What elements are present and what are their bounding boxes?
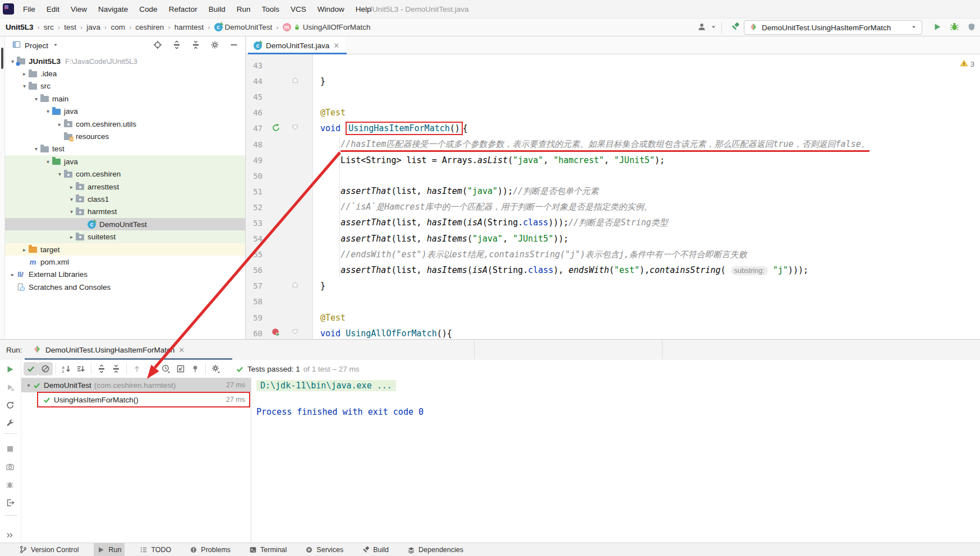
run-test-passed-icon[interactable] bbox=[272, 123, 280, 134]
tree-item-com.ceshiren.utils[interactable]: ▸com.ceshiren.utils bbox=[5, 118, 245, 130]
menu-run[interactable]: Run bbox=[231, 0, 256, 18]
chevron-right-icon[interactable]: ▸ bbox=[20, 247, 29, 253]
run-configuration-select[interactable]: DemoUnitTest.UsingHasItemForMatch bbox=[744, 20, 922, 35]
exit-button[interactable] bbox=[6, 498, 16, 509]
menu-file[interactable]: File bbox=[17, 0, 41, 18]
chevron-down-icon[interactable]: ▾ bbox=[44, 159, 52, 165]
play-button[interactable] bbox=[6, 365, 16, 376]
tree-item-demounittest[interactable]: cDemoUnitTest bbox=[5, 218, 245, 230]
down-button[interactable] bbox=[144, 362, 159, 376]
statusbar-run[interactable]: Run bbox=[94, 543, 125, 556]
breadcrumb-item[interactable]: com bbox=[111, 23, 125, 31]
code-line-53[interactable]: 53 assertThat(list, hasItem(isA(String.c… bbox=[246, 215, 980, 231]
menu-navigate[interactable]: Navigate bbox=[93, 0, 134, 18]
sort-az-button[interactable]: az bbox=[59, 362, 73, 376]
tree-item-.idea[interactable]: ▸.idea bbox=[5, 67, 245, 80]
code-line-44[interactable]: 44} bbox=[246, 73, 980, 89]
code-line-49[interactable]: 49 List<String> list = Arrays.asList("ja… bbox=[246, 152, 980, 168]
tree-item-junit5l3[interactable]: ▾JUnit5L3F:\JavaCode\JUnit5L3 bbox=[5, 55, 245, 67]
tree-item-resources[interactable]: resources bbox=[5, 130, 245, 142]
up-button[interactable] bbox=[130, 362, 144, 376]
expand-button[interactable] bbox=[94, 362, 109, 376]
collapse-button[interactable] bbox=[109, 362, 123, 376]
code-line-50[interactable]: 50 bbox=[246, 168, 980, 184]
tree-item-external libraries[interactable]: ▸External Libraries bbox=[5, 268, 245, 281]
chevron-right-icon[interactable]: ▸ bbox=[67, 184, 76, 190]
chevron-right-icon[interactable]: ▸ bbox=[8, 271, 17, 277]
code-line-52[interactable]: 52 //`isA`是Hamcrest库中的一个匹配器，用于判断一个对象是否是指… bbox=[246, 200, 980, 215]
chevron-down-icon[interactable]: ▾ bbox=[32, 96, 40, 102]
menu-edit[interactable]: Edit bbox=[41, 0, 65, 18]
code-line-51[interactable]: 51 assertThat(list, hasItem("java"));//判… bbox=[246, 184, 980, 200]
statusbar-problems[interactable]: Problems bbox=[186, 543, 234, 556]
code-line-47[interactable]: 47void UsingHasItemForMatch(){ bbox=[246, 121, 980, 136]
chevron-down-icon[interactable]: ▾ bbox=[20, 83, 29, 89]
tree-item-main[interactable]: ▾main bbox=[5, 92, 245, 105]
chevrons-button[interactable] bbox=[6, 531, 16, 541]
breadcrumb-item[interactable]: src bbox=[44, 23, 54, 31]
tree-item-pom.xml[interactable]: mpom.xml bbox=[5, 256, 245, 268]
sort-list-button[interactable] bbox=[73, 362, 88, 376]
chevron-right-icon[interactable]: ▸ bbox=[20, 71, 29, 77]
menu-refactor[interactable]: Refactor bbox=[163, 0, 203, 18]
test-result-row[interactable]: UsingHasItemForMatch()27 ms bbox=[21, 392, 251, 407]
pin-button[interactable] bbox=[188, 362, 203, 376]
chevron-down-icon[interactable] bbox=[52, 41, 59, 50]
breadcrumb-item[interactable]: harmtest bbox=[174, 23, 204, 31]
editor-tab[interactable]: c DemoUnitTest.java ✕ bbox=[248, 36, 345, 54]
breadcrumb-item[interactable]: ceshiren bbox=[135, 23, 164, 31]
menu-window[interactable]: Window bbox=[312, 0, 350, 18]
coverage-button[interactable] bbox=[967, 22, 976, 33]
tree-item-test[interactable]: ▾test bbox=[5, 143, 245, 155]
close-icon[interactable]: ✕ bbox=[333, 41, 339, 50]
fold-marker-icon[interactable] bbox=[292, 124, 300, 133]
console-output[interactable]: D:\jdk-11\bin\java.exe ...Process finish… bbox=[251, 378, 980, 543]
code-line-54[interactable]: 54 assertThat(list, hasItems("java", "JU… bbox=[246, 231, 980, 247]
code-line-60[interactable]: 60void UsingAllOfForMatch(){ bbox=[246, 326, 980, 339]
stop-button[interactable] bbox=[6, 444, 16, 455]
chevron-right-icon[interactable]: ▸ bbox=[56, 121, 64, 127]
editor-body[interactable]: 4344}4546@Test47void UsingHasItemForMatc… bbox=[246, 54, 980, 339]
expand-all-icon[interactable] bbox=[172, 40, 181, 51]
breadcrumb-item[interactable]: mUsingAllOfForMatch bbox=[283, 23, 371, 31]
chevron-down-icon[interactable]: ▾ bbox=[67, 208, 76, 215]
locate-icon[interactable] bbox=[153, 40, 162, 51]
tree-item-target[interactable]: ▸target bbox=[5, 243, 245, 256]
tree-item-class1[interactable]: ▾class1 bbox=[5, 193, 245, 205]
fold-marker-icon[interactable] bbox=[292, 281, 300, 291]
bug-reload-button[interactable] bbox=[6, 480, 16, 491]
camera-button[interactable] bbox=[6, 462, 16, 473]
tree-item-scratches and consoles[interactable]: Scratches and Consoles bbox=[5, 281, 245, 293]
statusbar-todo[interactable]: TODO bbox=[136, 543, 174, 556]
gear-icon[interactable] bbox=[210, 40, 219, 51]
slash-button[interactable] bbox=[38, 362, 53, 376]
code-line-45[interactable]: 45 bbox=[246, 89, 980, 105]
tree-item-java[interactable]: ▾java bbox=[5, 105, 245, 118]
statusbar-build[interactable]: Build bbox=[358, 543, 392, 556]
gear-caret-button[interactable] bbox=[209, 362, 223, 376]
refresh-button[interactable] bbox=[6, 401, 16, 411]
chevron-down-icon[interactable]: ▾ bbox=[32, 146, 40, 152]
menu-vcs[interactable]: VCS bbox=[285, 0, 312, 18]
chart-button[interactable] bbox=[173, 362, 188, 376]
chevron-down-icon[interactable] bbox=[710, 24, 717, 32]
code-line-46[interactable]: 46@Test bbox=[246, 105, 980, 121]
breadcrumb-item[interactable]: java bbox=[86, 23, 100, 31]
hide-panel-icon[interactable] bbox=[229, 40, 238, 51]
chevron-right-icon[interactable]: ▸ bbox=[67, 234, 76, 240]
fold-marker-icon[interactable] bbox=[292, 328, 300, 338]
tree-item-harmtest[interactable]: ▾harmtest bbox=[5, 206, 245, 218]
code-line-56[interactable]: 56 assertThat(list, hasItems(isA(String.… bbox=[246, 262, 980, 278]
chevron-down-icon[interactable]: ▾ bbox=[67, 196, 76, 202]
chevron-down-icon[interactable]: ▾ bbox=[25, 382, 33, 388]
run-button[interactable] bbox=[933, 22, 942, 33]
tree-item-com.ceshiren[interactable]: ▾com.ceshiren bbox=[5, 168, 245, 180]
rerun-failed-button[interactable] bbox=[6, 383, 16, 393]
collapse-all-icon[interactable] bbox=[191, 40, 200, 51]
code-line-48[interactable]: 48 //hasItem匹配器接受一个或多个参数参数，表示要查找的元素。如果目标… bbox=[246, 136, 980, 152]
user-icon[interactable] bbox=[697, 22, 706, 33]
build-hammer-icon[interactable] bbox=[730, 22, 740, 33]
fold-marker-icon[interactable] bbox=[292, 77, 300, 86]
statusbar-services[interactable]: Services bbox=[302, 543, 347, 556]
test-result-row[interactable]: ▾DemoUnitTest(com.ceshiren.harmtest)27 m… bbox=[21, 378, 251, 392]
